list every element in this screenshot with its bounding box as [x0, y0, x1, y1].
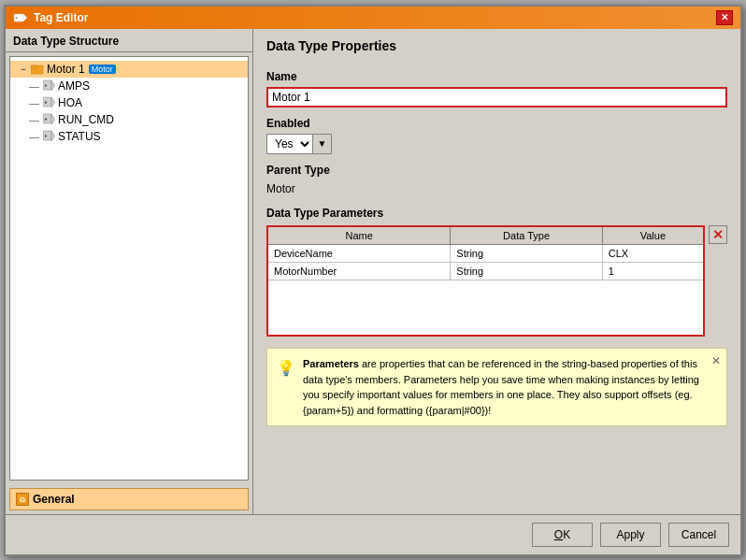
cancel-button[interactable]: Cancel — [668, 523, 729, 547]
svg-rect-14 — [43, 131, 51, 140]
line-connector-hoa: — — [29, 97, 39, 108]
info-bold-word: Parameters — [303, 358, 359, 369]
enabled-row: Yes No ▼ — [266, 134, 727, 154]
tree-label-motor1: Motor 1 — [47, 63, 85, 76]
tree-toggle-motor1[interactable]: − — [18, 64, 29, 75]
tree-label-hoa: HOA — [58, 96, 82, 109]
param-value-2: 1 — [602, 262, 704, 280]
apply-button[interactable]: Apply — [600, 523, 661, 547]
svg-rect-5 — [43, 80, 51, 90]
param-value-1: CLX — [602, 244, 704, 262]
line-connector-amps: — — [29, 80, 39, 92]
params-table: Name Data Type Value DeviceName String C… — [266, 225, 705, 337]
svg-text:G: G — [20, 495, 25, 504]
delete-param-button[interactable]: ✕ — [709, 225, 727, 244]
line-connector-status: — — [29, 131, 39, 142]
param-datatype-2: String — [451, 262, 602, 280]
tree-label-amps: AMPS — [58, 79, 90, 93]
enabled-select[interactable]: Yes No — [266, 134, 313, 154]
name-input[interactable] — [266, 87, 727, 108]
svg-point-7 — [45, 84, 47, 86]
general-section[interactable]: G General — [9, 488, 249, 510]
tree-label-status: STATUS — [58, 130, 101, 143]
info-box-close-button[interactable]: ✕ — [711, 352, 721, 369]
info-bulb-icon: 💡 — [277, 357, 295, 418]
svg-rect-4 — [31, 65, 36, 68]
tree-item-hoa[interactable]: — HOA — [10, 94, 248, 111]
close-button[interactable]: ✕ — [716, 10, 733, 25]
tree-item-motor1[interactable]: − Motor 1 Motor — [10, 61, 248, 78]
svg-point-16 — [45, 135, 47, 136]
window-title: Tag Editor — [34, 11, 88, 24]
tag-icon-amps — [43, 79, 55, 92]
tag-icon-hoa — [43, 96, 55, 108]
tag-editor-window: Tag Editor ✕ Data Type Structure − Motor… — [4, 5, 742, 556]
enabled-label: Enabled — [266, 117, 727, 130]
folder-icon — [31, 63, 44, 76]
right-panel: Data Type Properties Name Enabled Yes No… — [253, 29, 740, 514]
cancel-label: Cancel — [681, 528, 716, 541]
tree-label-run-cmd: RUN_CMD — [58, 113, 114, 126]
info-box-inner: 💡 Parameters are properties that can be … — [277, 356, 717, 418]
svg-marker-12 — [51, 114, 55, 124]
col-header-datatype: Data Type — [451, 226, 602, 245]
line-connector-runcmd: — — [29, 114, 39, 125]
apply-label: Apply — [616, 528, 644, 541]
svg-marker-15 — [51, 131, 55, 141]
name-label: Name — [266, 70, 727, 83]
selected-badge: Motor — [89, 65, 116, 74]
button-bar: OK Apply Cancel — [6, 514, 740, 554]
ok-label: OK — [554, 528, 570, 541]
col-header-name: Name — [267, 226, 451, 245]
table-row[interactable]: MotorNumber String 1 — [267, 262, 704, 280]
svg-marker-9 — [51, 97, 55, 108]
svg-marker-1 — [23, 14, 27, 22]
svg-marker-6 — [51, 80, 55, 91]
left-panel: Data Type Structure − Motor 1 Motor — — [6, 29, 253, 514]
param-name-2: MotorNumber — [267, 262, 451, 280]
title-bar-left: Tag Editor — [13, 10, 88, 25]
table-row[interactable]: DeviceName String CLX — [267, 244, 704, 262]
tree-item-run-cmd[interactable]: — RUN_CMD — [10, 111, 248, 128]
tree-item-status[interactable]: — STATUS — [10, 128, 248, 145]
param-name-1: DeviceName — [267, 244, 451, 262]
svg-point-10 — [45, 101, 47, 103]
svg-point-2 — [16, 17, 18, 19]
ok-button[interactable]: OK — [532, 523, 593, 547]
svg-rect-8 — [43, 97, 51, 107]
general-icon: G — [16, 493, 29, 506]
general-label: General — [33, 493, 75, 506]
title-bar: Tag Editor ✕ — [6, 7, 740, 29]
svg-point-13 — [45, 118, 47, 120]
enabled-dropdown-btn[interactable]: ▼ — [313, 134, 332, 154]
tag-icon-runcmd — [43, 113, 55, 125]
tag-editor-icon — [13, 10, 28, 25]
info-text: Parameters are properties that can be re… — [303, 356, 717, 418]
tree-item-amps[interactable]: — AMPS — [10, 78, 248, 94]
col-header-value: Value — [602, 226, 704, 245]
param-datatype-1: String — [451, 244, 602, 262]
table-spacer-row — [267, 280, 704, 336]
info-body-text: are properties that can be referenced in… — [303, 358, 699, 416]
params-table-container: Name Data Type Value DeviceName String C… — [266, 225, 727, 337]
content-area: Data Type Structure − Motor 1 Motor — — [6, 29, 740, 514]
info-box: ✕ 💡 Parameters are properties that can b… — [266, 348, 727, 426]
tree-area: − Motor 1 Motor — — [9, 56, 249, 481]
tag-icon-status — [43, 130, 55, 142]
right-panel-header: Data Type Properties — [266, 38, 727, 53]
svg-rect-11 — [43, 114, 51, 123]
parent-type-label: Parent Type — [266, 164, 727, 177]
left-panel-header: Data Type Structure — [6, 29, 252, 52]
params-header: Data Type Parameters — [266, 207, 727, 220]
parent-type-value: Motor — [266, 180, 727, 197]
params-section: Data Type Parameters Name Data Type Valu… — [266, 207, 727, 337]
